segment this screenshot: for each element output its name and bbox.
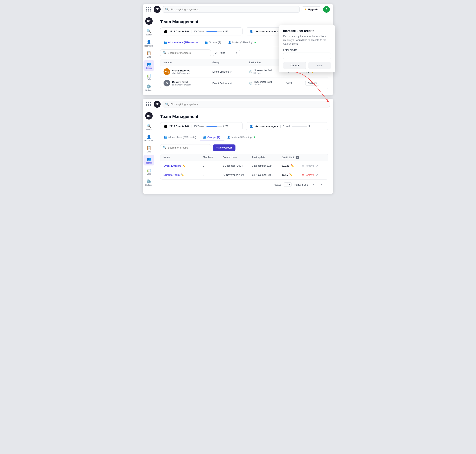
search-icon-s2: 🔍 xyxy=(146,123,151,128)
member-email-vishal: vishal.r@sarv.com xyxy=(172,72,190,74)
remove-button-sumit[interactable]: 🗑 Remove xyxy=(301,174,314,176)
sidebar2-item-recruiters[interactable]: 👤 Recruiters xyxy=(144,133,154,143)
cancel-button[interactable]: Cancel xyxy=(283,62,306,69)
sidebar2-item-search[interactable]: 🔍 Search xyxy=(144,122,154,132)
actions-ee: 🗑 Remove ↗ xyxy=(301,164,325,167)
global-search-bar2[interactable]: 🔍 xyxy=(162,101,330,107)
new-group-button[interactable]: + New Group xyxy=(213,144,235,151)
enter-credits-label: Enter credits xyxy=(283,48,331,51)
invite-dot xyxy=(255,42,256,43)
invites-icon2: 👤 xyxy=(227,136,230,139)
modal-buttons: Cancel Save xyxy=(283,62,331,69)
info-icon[interactable]: i xyxy=(296,156,299,159)
sidebar-item-teams[interactable]: 👥 Teams xyxy=(144,60,154,71)
panel2: DE 🔍 DE 🔍 Search 👤 Recruiters 📋 xyxy=(143,99,333,194)
member-search-wrap[interactable]: 🔍 xyxy=(160,49,211,56)
credit-limit-ee: 97/108 ✏️ xyxy=(282,164,301,167)
next-page-button[interactable]: › xyxy=(319,182,324,187)
search-icon: 🔍 xyxy=(165,8,169,11)
member-email-gaurav: gaurav.b@sarv.com xyxy=(172,83,191,86)
credits-row2: ⬤ 2213 Credits left | 4067 used 6280 👤 A… xyxy=(160,122,328,130)
rows-select[interactable]: 10 ▾ xyxy=(284,182,292,187)
avatar-vishal: VR xyxy=(163,68,170,75)
sidebar2-item-lists[interactable]: 📋 Lists xyxy=(144,144,154,154)
teams-icon: 👥 xyxy=(146,62,151,67)
groups-table-header: Name Members Created date Last update Cr… xyxy=(161,154,328,161)
group-search-wrap[interactable]: 🔍 xyxy=(160,144,211,151)
members-count-sumit: 0 xyxy=(203,174,222,176)
prev-page-button[interactable]: ‹ xyxy=(311,182,316,187)
upgrade-button[interactable]: ✦ Upgrade xyxy=(302,7,321,12)
lists-icon-s2: 📋 xyxy=(146,146,151,150)
recruiters-icon: 👤 xyxy=(146,40,151,44)
bulk-icon-s2: 📊 xyxy=(146,168,151,173)
tab2-all-members[interactable]: 👥 All members (2/20 seats) xyxy=(160,134,200,141)
chevron-down-icon: ▾ xyxy=(236,51,237,54)
user-avatar[interactable]: A xyxy=(323,6,330,13)
tab2-groups[interactable]: 👥 Groups (2) xyxy=(200,134,224,141)
global-search-bar[interactable]: 🔍 xyxy=(162,6,300,13)
credits-dot-icon: ⬤ xyxy=(164,30,168,33)
global-search-input2[interactable] xyxy=(170,103,327,106)
group-name-cell: Event Emitters ✏️ xyxy=(163,164,203,167)
page-title2: Team Management xyxy=(160,114,328,119)
sidebar-item-bulk[interactable]: 📊 Bulk xyxy=(144,71,154,82)
tab-invites[interactable]: 👤 Invites (3 Pending) xyxy=(225,39,260,46)
group-search-input[interactable] xyxy=(168,146,208,149)
edit-group-icon-sumit[interactable]: ✏️ xyxy=(181,174,184,176)
avatar-gaurav: G xyxy=(163,80,170,86)
groups-toolbar: 🔍 + New Group xyxy=(160,144,328,151)
layout2: DE 🔍 Search 👤 Recruiters 📋 Lists 👥 Teams xyxy=(143,110,333,194)
col-last-update: Last update xyxy=(252,156,282,159)
clock-icon-gaurav: 🕐 xyxy=(249,82,252,85)
external-link-icon-ee[interactable]: ↗ xyxy=(316,164,318,167)
sidebar2-item-bulk[interactable]: 📊 Bulk xyxy=(144,166,154,177)
col-member: Member xyxy=(163,61,212,64)
group-link-sumit[interactable]: Sumit's Team ✏️ xyxy=(163,174,203,176)
credits-cell-gaurav: Add Limit xyxy=(305,81,325,85)
member-search-input[interactable] xyxy=(168,51,208,54)
edit-credit-icon-sumit[interactable]: ✏️ xyxy=(289,173,293,177)
role-select[interactable]: All Roles ▾ xyxy=(213,50,240,56)
sidebar-item-search-label: Search xyxy=(146,34,152,36)
external-link-icon-sumit[interactable]: ↗ xyxy=(316,173,318,176)
groups-table: Name Members Created date Last update Cr… xyxy=(160,154,328,180)
credits-input[interactable] xyxy=(283,53,331,59)
am-progress2: 5 xyxy=(292,125,310,128)
sidebar-item-search[interactable]: 🔍 Search xyxy=(144,27,154,37)
clock-icon: 🕐 xyxy=(249,70,252,73)
role-badge-gaurav: Agent xyxy=(286,82,306,84)
account-manager-icon: 👤 xyxy=(249,30,253,33)
tab-all-members-label: All members (2/20 seats) xyxy=(168,41,198,44)
col-name: Name xyxy=(163,156,203,159)
grid-dots-icon2 xyxy=(146,102,151,106)
members-count-ee: 2 xyxy=(203,164,222,167)
sidebar-item-settings[interactable]: ⚙️ Settings xyxy=(144,83,154,93)
rows-value: 10 xyxy=(286,183,288,186)
rows-chevron-icon: ▾ xyxy=(289,183,290,186)
tab-all-members[interactable]: 👥 All members (2/20 seats) xyxy=(160,39,201,46)
global-search-input[interactable] xyxy=(170,8,297,11)
credits-left2: 2213 Credits left xyxy=(169,125,189,128)
settings-icon: ⚙️ xyxy=(146,84,151,89)
sidebar2-item-settings[interactable]: ⚙️ Settings xyxy=(144,177,154,188)
sidebar2-item-teams[interactable]: 👥 Teams xyxy=(144,155,154,166)
group-link-event-emitters[interactable]: Event Emitters ✏️ xyxy=(163,164,203,167)
col-group: Group xyxy=(212,61,249,64)
sidebar-item-bulk-label: Bulk xyxy=(147,78,151,80)
groups-icon: 👥 xyxy=(205,41,208,44)
tab-groups[interactable]: 👥 Groups (2) xyxy=(201,39,224,46)
edit-credit-icon-ee[interactable]: ✏️ xyxy=(291,164,294,167)
created-date-sumit: 27 November 2024 xyxy=(223,174,252,176)
add-limit-button[interactable]: Add Limit xyxy=(305,81,319,85)
sidebar-item-recruiters[interactable]: 👤 Recruiters xyxy=(144,38,154,48)
search-icon: 🔍 xyxy=(163,51,167,55)
edit-group-icon[interactable]: ✏️ xyxy=(182,164,185,167)
credits-dot-icon2: ⬤ xyxy=(164,124,168,128)
sidebar-item-lists[interactable]: 📋 Lists xyxy=(144,49,154,60)
invites-icon: 👤 xyxy=(228,41,231,44)
bulk-icon: 📊 xyxy=(146,73,151,78)
created-date-ee: 2 December 2024 xyxy=(223,164,252,167)
tab2-invites[interactable]: 👤 Invites (3 Pending) xyxy=(224,134,259,141)
col-members: Members xyxy=(203,156,222,159)
